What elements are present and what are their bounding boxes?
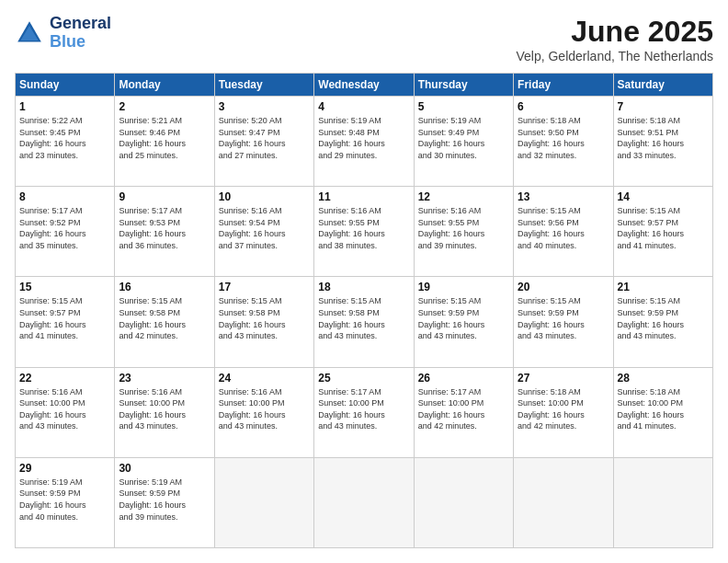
day-info: Sunrise: 5:15 AMSunset: 9:57 PMDaylight:…	[618, 205, 709, 251]
day-number: 16	[119, 281, 210, 293]
header-thursday: Thursday	[414, 74, 513, 97]
calendar-cell: 12 Sunrise: 5:16 AMSunset: 9:55 PMDaylig…	[414, 187, 513, 277]
day-info: Sunrise: 5:17 AMSunset: 9:53 PMDaylight:…	[119, 205, 210, 251]
day-info: Sunrise: 5:21 AMSunset: 9:46 PMDaylight:…	[119, 115, 210, 161]
day-info: Sunrise: 5:16 AMSunset: 10:00 PMDaylight…	[19, 386, 110, 432]
day-info: Sunrise: 5:20 AMSunset: 9:47 PMDaylight:…	[219, 115, 310, 161]
day-info: Sunrise: 5:16 AMSunset: 10:00 PMDaylight…	[219, 386, 310, 432]
calendar-cell: 5 Sunrise: 5:19 AMSunset: 9:49 PMDayligh…	[414, 97, 513, 187]
calendar-cell: 11 Sunrise: 5:16 AMSunset: 9:55 PMDaylig…	[314, 187, 414, 277]
day-info: Sunrise: 5:19 AMSunset: 9:49 PMDaylight:…	[418, 115, 509, 161]
calendar-cell: 13 Sunrise: 5:15 AMSunset: 9:56 PMDaylig…	[514, 187, 613, 277]
day-info: Sunrise: 5:15 AMSunset: 9:58 PMDaylight:…	[318, 295, 409, 341]
calendar-row: 22 Sunrise: 5:16 AMSunset: 10:00 PMDayli…	[16, 367, 713, 457]
day-info: Sunrise: 5:16 AMSunset: 9:55 PMDaylight:…	[418, 205, 509, 251]
day-number: 9	[119, 190, 210, 203]
day-info: Sunrise: 5:16 AMSunset: 9:54 PMDaylight:…	[219, 205, 310, 251]
calendar: Sunday Monday Tuesday Wednesday Thursday…	[15, 73, 713, 548]
day-number: 19	[418, 281, 509, 293]
calendar-cell: 1 Sunrise: 5:22 AMSunset: 9:45 PMDayligh…	[16, 97, 115, 187]
calendar-cell: 9 Sunrise: 5:17 AMSunset: 9:53 PMDayligh…	[115, 187, 214, 277]
calendar-cell: 30 Sunrise: 5:19 AMSunset: 9:59 PMDaylig…	[115, 457, 214, 547]
day-number: 29	[19, 462, 110, 475]
calendar-cell: 15 Sunrise: 5:15 AMSunset: 9:57 PMDaylig…	[16, 277, 115, 367]
day-info: Sunrise: 5:15 AMSunset: 9:58 PMDaylight:…	[219, 295, 310, 341]
day-number: 24	[219, 372, 310, 385]
calendar-cell: 27 Sunrise: 5:18 AMSunset: 10:00 PMDayli…	[514, 367, 613, 457]
header-tuesday: Tuesday	[214, 74, 313, 97]
calendar-cell: 25 Sunrise: 5:17 AMSunset: 10:00 PMDayli…	[314, 367, 414, 457]
day-info: Sunrise: 5:17 AMSunset: 9:52 PMDaylight:…	[19, 205, 110, 251]
day-number: 1	[19, 100, 110, 113]
logo-text: General Blue	[50, 15, 111, 52]
calendar-cell: 4 Sunrise: 5:19 AMSunset: 9:48 PMDayligh…	[314, 97, 414, 187]
day-info: Sunrise: 5:19 AMSunset: 9:48 PMDaylight:…	[318, 115, 409, 161]
day-info: Sunrise: 5:15 AMSunset: 9:59 PMDaylight:…	[518, 295, 609, 341]
day-number: 26	[418, 372, 509, 385]
calendar-cell: 20 Sunrise: 5:15 AMSunset: 9:59 PMDaylig…	[514, 277, 613, 367]
calendar-row: 1 Sunrise: 5:22 AMSunset: 9:45 PMDayligh…	[16, 97, 713, 187]
day-number: 4	[318, 100, 409, 113]
month-title: June 2025	[516, 15, 713, 49]
day-number: 7	[618, 100, 709, 113]
day-info: Sunrise: 5:18 AMSunset: 10:00 PMDaylight…	[518, 386, 609, 432]
day-number: 30	[119, 462, 210, 475]
calendar-cell	[214, 457, 313, 547]
day-info: Sunrise: 5:19 AMSunset: 9:59 PMDaylight:…	[19, 477, 110, 523]
calendar-cell: 10 Sunrise: 5:16 AMSunset: 9:54 PMDaylig…	[214, 187, 313, 277]
day-info: Sunrise: 5:19 AMSunset: 9:59 PMDaylight:…	[119, 477, 210, 523]
calendar-cell: 24 Sunrise: 5:16 AMSunset: 10:00 PMDayli…	[214, 367, 313, 457]
header-sunday: Sunday	[16, 74, 115, 97]
day-number: 25	[318, 372, 409, 385]
day-number: 12	[418, 190, 509, 203]
calendar-cell: 16 Sunrise: 5:15 AMSunset: 9:58 PMDaylig…	[115, 277, 214, 367]
calendar-row: 29 Sunrise: 5:19 AMSunset: 9:59 PMDaylig…	[16, 457, 713, 547]
day-info: Sunrise: 5:15 AMSunset: 9:56 PMDaylight:…	[518, 205, 609, 251]
day-number: 20	[518, 281, 609, 293]
calendar-cell: 21 Sunrise: 5:15 AMSunset: 9:59 PMDaylig…	[613, 277, 712, 367]
calendar-cell	[613, 457, 712, 547]
calendar-cell: 3 Sunrise: 5:20 AMSunset: 9:47 PMDayligh…	[214, 97, 313, 187]
logo-icon	[15, 18, 44, 48]
header-saturday: Saturday	[613, 74, 712, 97]
day-info: Sunrise: 5:15 AMSunset: 9:59 PMDaylight:…	[618, 295, 709, 341]
day-info: Sunrise: 5:17 AMSunset: 10:00 PMDaylight…	[418, 386, 509, 432]
calendar-row: 8 Sunrise: 5:17 AMSunset: 9:52 PMDayligh…	[16, 187, 713, 277]
calendar-cell: 18 Sunrise: 5:15 AMSunset: 9:58 PMDaylig…	[314, 277, 414, 367]
day-number: 28	[618, 372, 709, 385]
day-info: Sunrise: 5:16 AMSunset: 9:55 PMDaylight:…	[318, 205, 409, 251]
calendar-cell	[514, 457, 613, 547]
day-number: 10	[219, 190, 310, 203]
calendar-cell: 6 Sunrise: 5:18 AMSunset: 9:50 PMDayligh…	[514, 97, 613, 187]
logo: General Blue	[15, 15, 111, 52]
calendar-cell: 26 Sunrise: 5:17 AMSunset: 10:00 PMDayli…	[414, 367, 513, 457]
day-number: 21	[618, 281, 709, 293]
day-info: Sunrise: 5:17 AMSunset: 10:00 PMDaylight…	[318, 386, 409, 432]
day-info: Sunrise: 5:16 AMSunset: 10:00 PMDaylight…	[119, 386, 210, 432]
day-number: 2	[119, 100, 210, 113]
calendar-cell: 22 Sunrise: 5:16 AMSunset: 10:00 PMDayli…	[16, 367, 115, 457]
calendar-cell: 28 Sunrise: 5:18 AMSunset: 10:00 PMDayli…	[613, 367, 712, 457]
day-number: 8	[19, 190, 110, 203]
calendar-cell: 2 Sunrise: 5:21 AMSunset: 9:46 PMDayligh…	[115, 97, 214, 187]
day-info: Sunrise: 5:15 AMSunset: 9:59 PMDaylight:…	[418, 295, 509, 341]
calendar-cell	[414, 457, 513, 547]
weekday-header-row: Sunday Monday Tuesday Wednesday Thursday…	[16, 74, 713, 97]
day-info: Sunrise: 5:22 AMSunset: 9:45 PMDaylight:…	[19, 115, 110, 161]
day-number: 22	[19, 372, 110, 385]
day-number: 18	[318, 281, 409, 293]
day-info: Sunrise: 5:18 AMSunset: 10:00 PMDaylight…	[618, 386, 709, 432]
day-number: 13	[518, 190, 609, 203]
day-number: 15	[19, 281, 110, 293]
day-info: Sunrise: 5:15 AMSunset: 9:57 PMDaylight:…	[19, 295, 110, 341]
day-number: 27	[518, 372, 609, 385]
day-number: 3	[219, 100, 310, 113]
calendar-cell: 29 Sunrise: 5:19 AMSunset: 9:59 PMDaylig…	[16, 457, 115, 547]
calendar-cell: 17 Sunrise: 5:15 AMSunset: 9:58 PMDaylig…	[214, 277, 313, 367]
day-number: 14	[618, 190, 709, 203]
calendar-cell: 8 Sunrise: 5:17 AMSunset: 9:52 PMDayligh…	[16, 187, 115, 277]
header-wednesday: Wednesday	[314, 74, 414, 97]
calendar-cell: 23 Sunrise: 5:16 AMSunset: 10:00 PMDayli…	[115, 367, 214, 457]
title-block: June 2025 Velp, Gelderland, The Netherla…	[516, 15, 713, 63]
day-info: Sunrise: 5:15 AMSunset: 9:58 PMDaylight:…	[119, 295, 210, 341]
